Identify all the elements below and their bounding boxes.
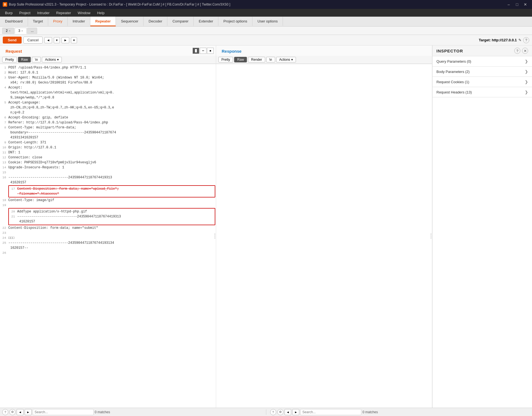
nav-back-down-button[interactable]: ▾ xyxy=(54,37,60,43)
inspector-request-cookies[interactable]: Request Cookies (1) ❯ xyxy=(433,77,532,87)
request-actions-btn[interactable]: Actions ▾ xyxy=(42,57,62,62)
response-panel: Response Pretty Raw Render \n Actions ▾ xyxy=(216,45,432,64)
left-search-back-btn[interactable]: ◄ xyxy=(17,409,24,415)
table-row: 14 Upgrade-Insecure-Requests: 1 xyxy=(0,165,216,170)
send-button[interactable]: Send xyxy=(3,37,22,44)
maximize-button[interactable]: □ xyxy=(513,1,521,7)
left-search-forward-btn[interactable]: ► xyxy=(25,409,32,415)
view-split-icon[interactable]: ▐▌ xyxy=(193,48,199,54)
panel-header-row: Request ▐▌ ═ ■ Pretty Raw \n Actions ▾ xyxy=(0,45,432,64)
subtab-bar: 2 × 3 × ... xyxy=(0,27,532,35)
nav-back-button[interactable]: ◄ xyxy=(44,37,52,43)
view-horizontal-icon[interactable]: ═ xyxy=(200,48,206,54)
inspector-help-icon[interactable]: ? xyxy=(514,48,520,54)
request-title: Request xyxy=(2,47,25,55)
tab-user-options[interactable]: User options xyxy=(252,17,283,26)
subtab-2-close[interactable]: × xyxy=(9,29,11,32)
subtab-more[interactable]: ... xyxy=(27,28,37,34)
menu-bar: Burp Project Intruder Repeater Window He… xyxy=(0,9,532,17)
right-help-icon[interactable]: ? xyxy=(270,409,276,415)
menu-window[interactable]: Window xyxy=(75,10,93,16)
table-row: 4 Accept: text/html,application/xhtml+xm… xyxy=(0,85,216,100)
tab-intruder[interactable]: Intruder xyxy=(68,17,90,26)
menu-project[interactable]: Project xyxy=(16,10,33,16)
table-row: 12 Connection: close xyxy=(0,155,216,160)
inspector-header-icons: ? ✕ xyxy=(514,48,528,54)
tab-project-options[interactable]: Project options xyxy=(218,17,252,26)
table-row: 13 Cookie: PHPSESSID=q7710vfpm6jv3lur94v… xyxy=(0,160,216,165)
inspector-body-params[interactable]: Body Parameters (2) ❯ xyxy=(433,67,532,77)
response-render-btn[interactable]: Render xyxy=(248,57,265,62)
request-code-area[interactable]: 1 POST /upload/Pass-04/index.php HTTP/1.… xyxy=(0,64,216,408)
subtab-2[interactable]: 2 × xyxy=(2,28,14,34)
highlighted-block-1: 17 Content-Disposition: form-data; name=… xyxy=(8,185,215,197)
highlighted-block-2: 20 AddType application/x-httpd-php.gif 2… xyxy=(8,208,215,225)
subtab-more-label: ... xyxy=(31,29,34,33)
tab-proxy[interactable]: Proxy xyxy=(48,17,68,26)
table-row: 1 POST /upload/Pass-04/index.php HTTP/1.… xyxy=(0,65,216,70)
table-row: 7 Referer: http://127.0.0.1/upload/Pass-… xyxy=(0,120,216,125)
table-row: 25 ------------------------------2435904… xyxy=(0,240,216,250)
left-settings-icon[interactable]: ⚙ xyxy=(9,409,16,415)
table-row: 18 Content-Type: image/gif xyxy=(0,198,216,203)
inspector-request-cookies-label: Request Cookies (1) xyxy=(436,80,469,84)
inspector-close-icon[interactable]: ✕ xyxy=(522,48,528,54)
menu-repeater[interactable]: Repeater xyxy=(53,10,74,16)
inspector-query-params[interactable]: Query Parameters (0) ❯ xyxy=(433,56,532,67)
request-n-btn[interactable]: \n xyxy=(32,57,41,62)
response-panel-toolbar: Pretty Raw Render \n Actions ▾ xyxy=(216,56,432,64)
left-help-icon[interactable]: ? xyxy=(2,409,8,415)
request-raw-btn[interactable]: Raw xyxy=(18,57,31,62)
tab-repeater[interactable]: Repeater xyxy=(90,17,116,26)
right-search-forward-btn[interactable]: ► xyxy=(292,409,299,415)
table-row: 17 Content-Disposition: form-data; name=… xyxy=(9,186,215,191)
inspector-request-cookies-chevron: ❯ xyxy=(525,80,528,84)
menu-intruder[interactable]: Intruder xyxy=(34,10,52,16)
response-n-btn[interactable]: \n xyxy=(266,57,275,62)
menu-burp[interactable]: Burp xyxy=(2,10,15,16)
table-row: 22 Content-Disposition: form-data; name=… xyxy=(0,225,216,230)
request-panel: Request ▐▌ ═ ■ Pretty Raw \n Actions ▾ xyxy=(0,45,216,64)
tab-decoder[interactable]: Decoder xyxy=(144,17,167,26)
response-actions-btn[interactable]: Actions ▾ xyxy=(276,57,296,62)
nav-forward-down-button[interactable]: ▾ xyxy=(71,37,77,43)
tab-extender[interactable]: Extender xyxy=(194,17,218,26)
close-button[interactable]: ✕ xyxy=(521,1,529,7)
nav-forward-button[interactable]: ► xyxy=(62,37,69,43)
subtab-3-close[interactable]: × xyxy=(21,29,23,32)
main-content: Request ▐▌ ═ ■ Pretty Raw \n Actions ▾ xyxy=(0,45,532,408)
left-search-input[interactable] xyxy=(33,409,94,415)
tab-sequencer[interactable]: Sequencer xyxy=(116,17,144,26)
left-matches-label: 0 matches xyxy=(95,410,110,414)
response-actions-label: Actions xyxy=(279,58,290,62)
response-code-area[interactable] xyxy=(216,64,432,408)
table-row: 3 User-Agent: Mozilla/5.0 (Windows NT 10… xyxy=(0,75,216,85)
subtab-3[interactable]: 3 × xyxy=(15,28,27,34)
right-settings-icon[interactable]: ⚙ xyxy=(277,409,283,415)
target-info: Target: http://127.0.0.1 ✎ ? xyxy=(479,37,529,43)
table-row: 24 □□□ xyxy=(0,235,216,240)
view-single-icon[interactable]: ■ xyxy=(207,48,214,54)
menu-help[interactable]: Help xyxy=(94,10,107,16)
response-raw-btn[interactable]: Raw xyxy=(234,57,247,62)
inspector-request-headers[interactable]: Request Headers (13) ❯ xyxy=(433,87,532,97)
tab-target[interactable]: Target xyxy=(28,17,48,26)
response-title: Response xyxy=(218,47,245,55)
minimize-button[interactable]: – xyxy=(505,1,513,7)
view-icons: ▐▌ ═ ■ xyxy=(193,48,214,54)
request-actions-chevron: ▾ xyxy=(57,58,59,62)
table-row: 8 Content-Type: multipart/form-data; bou… xyxy=(0,125,216,140)
cancel-button[interactable]: Cancel xyxy=(23,37,43,44)
target-help-icon[interactable]: ? xyxy=(523,37,529,43)
inspector-panel: INSPECTOR ? ✕ Query Parameters (0) ❯ Bod… xyxy=(432,45,532,408)
table-row: 19 xyxy=(0,203,216,208)
right-search-back-btn[interactable]: ◄ xyxy=(285,409,291,415)
response-pretty-btn[interactable]: Pretty xyxy=(218,57,233,62)
tab-comparer[interactable]: Comparer xyxy=(167,17,194,26)
tab-dashboard[interactable]: Dashboard xyxy=(0,17,28,26)
target-edit-icon[interactable]: ✎ xyxy=(518,38,521,42)
table-row: 16 ------------------------------2435904… xyxy=(0,175,216,185)
request-pretty-btn[interactable]: Pretty xyxy=(2,57,17,62)
right-search-input[interactable] xyxy=(300,409,361,415)
request-actions-label: Actions xyxy=(45,58,56,62)
